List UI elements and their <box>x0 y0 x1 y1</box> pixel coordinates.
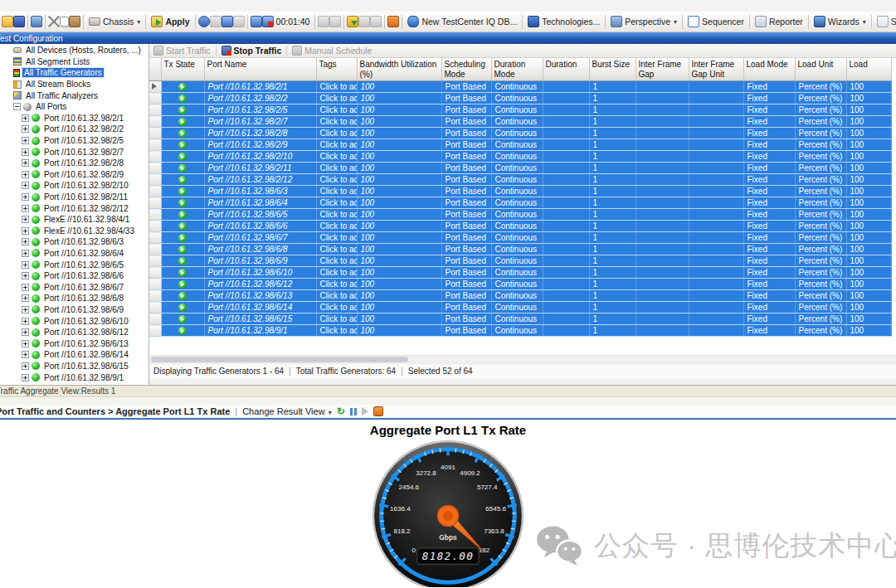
unlock-icon[interactable] <box>370 16 382 27</box>
tree-item[interactable]: All Traffic Analyzers <box>0 90 149 101</box>
tree-expander-icon[interactable] <box>22 159 29 167</box>
tree-expander-icon[interactable] <box>22 351 29 358</box>
tree-item[interactable]: Port //10.61.32.98/6/3 <box>0 236 149 248</box>
row-selector[interactable] <box>149 81 161 93</box>
tree-item[interactable]: Port //10.61.32.98/6/6 <box>0 270 149 282</box>
save-icon[interactable] <box>13 16 25 27</box>
refresh-icon[interactable]: ↻ <box>337 406 345 417</box>
perspective-button[interactable]: Perspective▾ <box>608 15 679 28</box>
tree-expander-icon[interactable] <box>22 328 29 336</box>
scrollbar-thumb[interactable] <box>151 357 408 362</box>
tree-item[interactable]: Port //10.61.32.98/2/5 <box>0 135 149 147</box>
table-row[interactable]: Port //10.61.32.98/6/6Click to ad...100P… <box>149 221 891 232</box>
tree-expander-icon[interactable] <box>22 340 29 347</box>
tree-expander-icon[interactable] <box>22 148 29 156</box>
tree-item[interactable]: All Stream Blocks <box>0 79 149 90</box>
row-selector[interactable] <box>149 290 161 302</box>
tags-cell[interactable]: Click to ad... <box>316 81 357 93</box>
stop-traffic-button[interactable]: Stop Traffic <box>222 46 282 56</box>
column-header[interactable]: Inter Frame Gap <box>635 58 689 81</box>
tree-item[interactable]: Port //10.61.32.98/2/9 <box>0 169 149 181</box>
tags-cell[interactable]: Click to ad... <box>316 279 357 290</box>
row-selector[interactable] <box>149 116 161 128</box>
tags-cell[interactable]: Click to ad... <box>316 255 357 267</box>
wizards-button[interactable]: Wizards▾ <box>811 15 869 28</box>
table-row[interactable]: Port //10.61.32.98/6/8Click to ad...100P… <box>149 244 891 255</box>
row-selector[interactable] <box>149 104 161 116</box>
tree-expander-icon[interactable] <box>22 306 29 313</box>
table-row[interactable]: Port //10.61.32.98/2/10Click to ad...100… <box>149 151 891 163</box>
tags-cell[interactable]: Click to ad... <box>316 116 357 128</box>
tree-expander-icon[interactable] <box>22 250 29 257</box>
apply-button[interactable]: Apply <box>149 15 192 28</box>
row-selector[interactable] <box>149 244 161 255</box>
tree-item[interactable]: Port //10.61.32.98/6/10 <box>0 315 149 327</box>
table-row[interactable]: Port //10.61.32.98/2/9Click to ad...100P… <box>149 139 891 151</box>
column-header[interactable]: Load <box>846 58 891 81</box>
row-selector[interactable] <box>149 93 161 104</box>
table-row[interactable]: Port //10.61.32.98/6/5Click to ad...100P… <box>149 209 891 221</box>
table-row[interactable]: Port //10.61.32.98/6/13Click to ad...100… <box>149 290 891 302</box>
tree-item[interactable]: Port //10.61.32.98/6/9 <box>0 304 149 316</box>
tree-item[interactable]: Port //10.61.32.98/6/15 <box>0 361 149 372</box>
column-header[interactable]: Port Name <box>204 58 316 81</box>
column-header[interactable]: Inter Frame Gap Unit <box>689 58 743 81</box>
table-row[interactable]: Port //10.61.32.98/9/1Click to ad...100P… <box>149 325 891 337</box>
tree-item[interactable]: Port //10.61.32.98/6/5 <box>0 259 149 270</box>
horizontal-scrollbar[interactable] <box>149 355 896 363</box>
row-selector[interactable] <box>149 186 161 197</box>
tags-cell[interactable]: Click to ad... <box>316 244 357 255</box>
column-header[interactable]: Tx State <box>161 58 204 81</box>
tree-item[interactable]: Port //10.61.32.98/2/11 <box>0 192 149 203</box>
tree-item[interactable]: Port //10.61.32.98/6/8 <box>0 293 149 304</box>
chassis-button[interactable]: Chassis▾ <box>86 16 143 27</box>
row-selector[interactable] <box>149 197 161 209</box>
tags-cell[interactable]: Click to ad... <box>316 313 357 325</box>
column-header[interactable]: Duration Mode <box>491 58 543 81</box>
tags-cell[interactable]: Click to ad... <box>316 302 357 313</box>
tags-cell[interactable]: Click to ad... <box>316 325 357 337</box>
row-selector[interactable] <box>149 163 161 174</box>
table-row[interactable]: Port //10.61.32.98/2/5Click to ad...100P… <box>149 104 891 116</box>
tags-cell[interactable]: Click to ad... <box>316 163 357 174</box>
export-image-icon[interactable] <box>31 16 42 27</box>
tags-cell[interactable]: Click to ad... <box>316 267 357 279</box>
row-selector[interactable] <box>149 325 161 337</box>
tree-item[interactable]: Port //10.61.32.98/6/4 <box>0 248 149 260</box>
tree-expander-icon[interactable] <box>22 125 29 133</box>
change-result-view-button[interactable]: Change Result View ▾ <box>242 406 332 416</box>
tree-item[interactable]: All Traffic Generators <box>0 67 149 79</box>
table-row[interactable]: Port //10.61.32.98/2/2Click to ad...100P… <box>149 93 891 104</box>
row-selector[interactable] <box>149 174 161 186</box>
tree-expander-icon[interactable] <box>22 362 29 370</box>
row-selector[interactable] <box>149 232 161 244</box>
stop-capture-icon[interactable] <box>329 16 341 27</box>
tree-expander-icon[interactable] <box>22 374 29 381</box>
tree-item[interactable]: Port //10.61.32.98/6/7 <box>0 281 149 293</box>
tree-item[interactable]: All Devices (Hosts, Routers, ...) <box>0 45 149 56</box>
row-selector[interactable] <box>149 128 161 139</box>
open-icon[interactable] <box>2 16 13 27</box>
tags-cell[interactable]: Click to ad... <box>316 104 357 116</box>
connect-icon[interactable] <box>198 16 210 27</box>
tags-cell[interactable]: Click to ad... <box>316 221 357 232</box>
table-row[interactable]: Port //10.61.32.98/6/7Click to ad...100P… <box>149 232 891 244</box>
cut-icon[interactable] <box>48 16 60 27</box>
table-row[interactable]: Port //10.61.32.98/2/11Click to ad...100… <box>149 163 891 174</box>
table-row[interactable]: Port //10.61.32.98/6/15Click to ad...100… <box>149 313 891 325</box>
table-row[interactable]: Port //10.61.32.98/6/12Click to ad...100… <box>149 279 891 290</box>
stop-arp-icon[interactable] <box>358 16 370 27</box>
technologies-button[interactable]: Technologies... <box>525 15 602 28</box>
tags-cell[interactable]: Click to ad... <box>316 139 357 151</box>
tags-cell[interactable]: Click to ad... <box>316 186 357 197</box>
tree-item[interactable]: Port //10.61.32.98/2/12 <box>0 202 149 214</box>
table-row[interactable]: Port //10.61.32.98/6/14Click to ad...100… <box>149 302 891 313</box>
column-header[interactable]: Duration <box>543 58 589 81</box>
tree-expander-icon[interactable] <box>22 284 29 291</box>
tree-item[interactable]: Port //10.61.32.98/6/12 <box>0 327 149 338</box>
tags-cell[interactable]: Click to ad... <box>316 151 357 163</box>
table-row[interactable]: Port //10.61.32.98/6/3Click to ad...100P… <box>149 186 891 197</box>
column-header[interactable]: Bandwidth Utilization (%) <box>357 58 441 81</box>
start-traffic-button[interactable]: Start Traffic <box>153 46 211 56</box>
tags-cell[interactable]: Click to ad... <box>316 128 357 139</box>
